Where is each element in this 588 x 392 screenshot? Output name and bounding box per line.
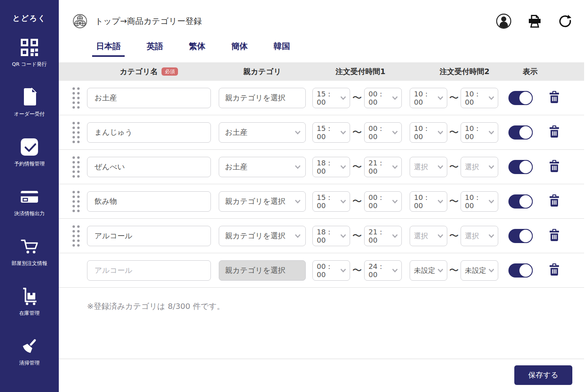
column-parent-category: 親カテゴリ — [219, 67, 306, 77]
parent-category-select[interactable]: お土産 — [219, 122, 306, 143]
drag-handle[interactable] — [71, 86, 81, 110]
table-header: カテゴリ名 必須 親カテゴリ 注文受付時間1 注文受付時間2 表示 — [59, 62, 584, 81]
time2-to-select[interactable]: 10 : 00 — [461, 122, 498, 143]
display-toggle[interactable] — [508, 229, 533, 243]
time2-from-select[interactable]: 10 : 00 — [410, 191, 447, 212]
table-row: ぜんべいお土産18 : 00〜21 : 00選択〜選択 — [59, 150, 584, 184]
display-toggle[interactable] — [508, 91, 533, 105]
delete-button[interactable] — [548, 125, 560, 140]
table-row: アルコール親カテゴリを選択00 : 00〜24 : 00未設定〜未設定 — [59, 253, 584, 288]
display-toggle[interactable] — [508, 194, 533, 209]
parent-category-select[interactable]: 親カテゴリを選択 — [219, 191, 306, 212]
sidebar-item-label: 部屋別注文情報 — [12, 260, 47, 267]
category-name-input[interactable]: ぜんべい — [87, 157, 211, 177]
time2-to-select[interactable]: 選択 — [461, 226, 498, 246]
trash-icon — [548, 194, 560, 209]
time2-from-select[interactable]: 10 : 00 — [410, 122, 447, 143]
time2-to-select[interactable]: 選択 — [461, 157, 498, 177]
tilde-separator: 〜 — [447, 195, 461, 208]
tilde-separator: 〜 — [350, 229, 364, 242]
sidebar-item[interactable]: オーダー受付 — [14, 87, 45, 118]
column-order-time-2: 注文受付時間2 — [416, 67, 513, 77]
tilde-separator: 〜 — [350, 126, 364, 139]
tab-language[interactable]: 韓国 — [270, 41, 294, 57]
tab-language[interactable]: 英語 — [143, 41, 167, 57]
sidebar-item[interactable]: 予約情報管理 — [14, 137, 45, 167]
sidebar-item[interactable]: 決済情報出力 — [14, 187, 45, 217]
delete-button[interactable] — [548, 263, 560, 278]
time2-from-select[interactable]: 選択 — [410, 226, 447, 246]
display-toggle[interactable] — [508, 263, 533, 278]
qr-icon — [20, 38, 39, 57]
trash-icon — [548, 160, 560, 174]
app-logo-text[interactable]: とどろく — [13, 13, 46, 24]
trash-icon — [548, 91, 560, 105]
document-icon — [21, 87, 38, 107]
column-category-name: カテゴリ名 必須 — [87, 67, 211, 77]
time2-from-select[interactable]: 選択 — [410, 157, 447, 177]
tab-language[interactable]: 日本語 — [92, 41, 125, 57]
sidebar-item[interactable]: 部屋別注文情報 — [12, 237, 47, 267]
sidebar-item-label: オーダー受付 — [14, 111, 45, 118]
category-name-input[interactable]: まんじゅう — [87, 122, 211, 143]
time1-to-select[interactable]: 21 : 00 — [364, 226, 402, 246]
brand-crest-icon — [72, 13, 88, 29]
column-category-name-label: カテゴリ名 — [120, 67, 158, 77]
drag-handle[interactable] — [71, 121, 81, 144]
drag-handle[interactable] — [71, 224, 81, 248]
time1-to-select[interactable]: 00 : 00 — [364, 122, 402, 143]
stock-icon — [20, 287, 39, 306]
delete-button[interactable] — [548, 160, 560, 174]
time1-to-select[interactable]: 21 : 00 — [364, 157, 402, 177]
delete-button[interactable] — [548, 194, 560, 209]
drag-handle[interactable] — [71, 155, 81, 179]
drag-handle[interactable] — [71, 190, 81, 213]
time2-to-select[interactable]: 10 : 00 — [461, 88, 498, 108]
tab-language[interactable]: 繁体 — [185, 41, 209, 57]
display-toggle[interactable] — [508, 125, 533, 140]
sidebar-item-label: 清掃管理 — [19, 359, 40, 367]
time2-from-select[interactable]: 10 : 00 — [410, 88, 447, 108]
save-button[interactable]: 保存する — [514, 365, 572, 385]
delete-button[interactable] — [548, 229, 560, 243]
column-display: 表示 — [513, 67, 548, 77]
time1-from-select[interactable]: 18 : 00 — [312, 157, 350, 177]
time2-to-select[interactable]: 10 : 00 — [461, 191, 498, 212]
category-name-input[interactable]: アルコール — [87, 260, 211, 281]
time1-from-select[interactable]: 00 : 00 — [312, 260, 350, 281]
delete-button[interactable] — [548, 91, 560, 105]
tilde-separator: 〜 — [350, 91, 364, 104]
parent-category-select[interactable]: 親カテゴリを選択 — [219, 88, 306, 108]
sidebar-item-label: 決済情報出力 — [14, 210, 45, 217]
printer-icon[interactable] — [527, 14, 542, 29]
category-name-input[interactable]: 飲み物 — [87, 191, 211, 212]
time1-from-select[interactable]: 15 : 00 — [312, 88, 350, 108]
time1-from-select[interactable]: 15 : 00 — [312, 191, 350, 212]
sidebar-item[interactable]: 在庫管理 — [19, 287, 40, 317]
sidebar-item[interactable]: QR コード発行 — [12, 38, 47, 68]
time1-to-select[interactable]: 00 : 00 — [364, 191, 402, 212]
toggle-knob — [519, 160, 533, 174]
parent-category-select[interactable]: 親カテゴリを選択 — [219, 260, 306, 281]
parent-category-select[interactable]: 親カテゴリを選択 — [219, 226, 306, 246]
time1-to-select[interactable]: 00 : 00 — [364, 88, 402, 108]
time1-to-select[interactable]: 24 : 00 — [364, 260, 402, 281]
tilde-separator: 〜 — [350, 264, 364, 277]
time2-to-select[interactable]: 未設定 — [461, 260, 498, 281]
tab-language[interactable]: 簡体 — [227, 41, 252, 57]
card-icon — [20, 187, 38, 207]
sidebar-item-label: 在庫管理 — [19, 310, 40, 317]
tilde-separator: 〜 — [447, 264, 461, 277]
parent-category-select[interactable]: お土産 — [219, 157, 306, 177]
time2-from-select[interactable]: 未設定 — [410, 260, 447, 281]
time1-from-select[interactable]: 15 : 00 — [312, 122, 350, 143]
sidebar-item[interactable]: 清掃管理 — [19, 336, 40, 367]
sidebar-item-label: QR コード発行 — [12, 61, 47, 68]
table-row: アルコール親カテゴリを選択18 : 00〜21 : 00選択〜選択 — [59, 219, 584, 253]
user-avatar-icon[interactable] — [496, 13, 512, 29]
time1-from-select[interactable]: 18 : 00 — [312, 226, 350, 246]
display-toggle[interactable] — [508, 160, 533, 174]
category-name-input[interactable]: アルコール — [87, 226, 211, 246]
category-name-input[interactable]: お土産 — [87, 88, 211, 108]
refresh-icon[interactable] — [558, 14, 572, 29]
